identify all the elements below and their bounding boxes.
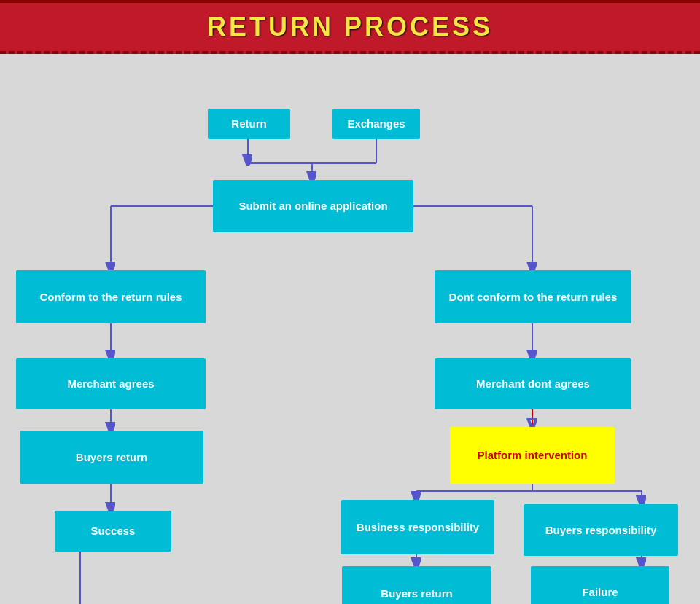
merchant-agrees-box: Merchant agrees	[16, 358, 206, 409]
buyers-resp-box: Buyers responsibility	[524, 504, 678, 556]
page-title: RETURN PROCESS	[207, 12, 493, 42]
header: RETURN PROCESS	[0, 0, 700, 54]
buyers-return-left-box: Buyers return	[20, 431, 203, 484]
conform-box: Conform to the return rules	[16, 270, 206, 323]
submit-box: Submit an online application	[213, 180, 413, 232]
buyers-return-right-box: Buyers return	[342, 566, 491, 604]
platform-box: Platform intervention	[450, 427, 615, 484]
success-box: Success	[55, 511, 171, 552]
business-resp-box: Business responsibility	[341, 500, 494, 554]
dont-conform-box: Dont conform to the return rules	[435, 270, 631, 323]
failure-box: Failure	[531, 566, 669, 604]
page: RETURN PROCESS	[0, 0, 700, 604]
merchant-dont-box: Merchant dont agrees	[435, 358, 631, 409]
diagram: Return Exchanges Submit an online applic…	[0, 54, 700, 604]
return-box: Return	[208, 109, 290, 139]
exchanges-box: Exchanges	[332, 109, 420, 139]
